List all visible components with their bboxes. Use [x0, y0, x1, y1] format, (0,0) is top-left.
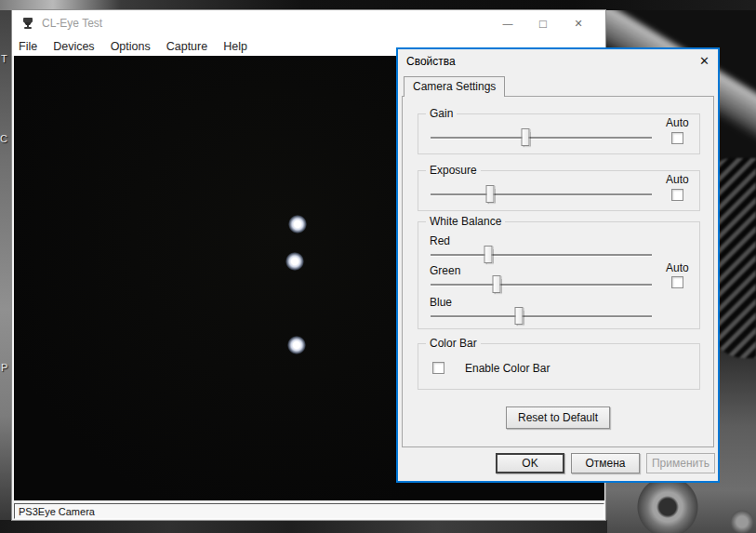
white-balance-auto-checkbox[interactable]: [671, 276, 683, 288]
gain-slider-thumb[interactable]: [522, 128, 530, 146]
properties-dialog: Свойства ✕ Camera Settings Gain Auto Exp…: [396, 47, 720, 483]
color-bar-label: Color Bar: [426, 337, 481, 350]
desktop-icon-label-partial: P: [1, 362, 7, 373]
blue-slider[interactable]: [431, 307, 652, 326]
minimize-icon[interactable]: —: [490, 12, 525, 34]
desktop-icon-label-partial: C: [0, 133, 7, 144]
apply-button[interactable]: Применить: [646, 453, 715, 473]
gain-auto-checkbox[interactable]: [671, 132, 683, 144]
exposure-auto-checkbox[interactable]: [671, 189, 683, 201]
exposure-auto-label: Auto: [666, 173, 689, 186]
menu-capture[interactable]: Capture: [166, 40, 207, 53]
maximize-icon[interactable]: □: [525, 12, 561, 34]
app-icon: [20, 16, 35, 31]
white-balance-group: White Balance Red Green Blue Auto: [418, 221, 700, 329]
exposure-group: Exposure Auto: [418, 170, 700, 211]
wallpaper-bottom: [0, 520, 607, 533]
green-slider-thumb[interactable]: [493, 275, 501, 293]
window-titlebar[interactable]: CL-Eye Test — □ ✕: [12, 10, 605, 36]
gain-group: Gain Auto: [418, 113, 700, 154]
dialog-title: Свойства: [406, 55, 456, 68]
close-icon[interactable]: ✕: [561, 12, 596, 34]
red-slider[interactable]: [431, 246, 652, 264]
green-slider[interactable]: [431, 275, 652, 294]
color-bar-group: Color Bar Enable Color Bar: [418, 343, 700, 390]
ok-button[interactable]: OK: [496, 453, 564, 473]
gain-auto-label: Auto: [666, 116, 689, 129]
gain-label: Gain: [426, 107, 457, 120]
exposure-slider[interactable]: [431, 185, 652, 204]
camera-led-dot: [288, 215, 307, 233]
exposure-slider-track: [431, 193, 652, 195]
camera-led-dot: [287, 336, 306, 354]
window-title: CL-Eye Test: [42, 17, 490, 30]
blue-slider-track: [431, 315, 652, 317]
dialog-button-row: OK Отмена Применить: [496, 453, 715, 473]
green-slider-track: [431, 284, 652, 286]
reset-to-default-button[interactable]: Reset to Default: [506, 406, 610, 429]
gain-slider[interactable]: [431, 128, 652, 147]
enable-color-bar-label: Enable Color Bar: [465, 362, 550, 375]
white-balance-label: White Balance: [426, 215, 505, 228]
statusbar: PS3Eye Camera: [14, 503, 604, 519]
camera-led-dot: [285, 252, 304, 271]
red-slider-track: [431, 254, 652, 256]
red-slider-thumb[interactable]: [484, 246, 492, 263]
cancel-button[interactable]: Отмена: [571, 453, 640, 473]
dialog-titlebar[interactable]: Свойства ✕: [398, 49, 718, 73]
camera-settings-panel: Gain Auto Exposure Auto White Balance Re…: [402, 96, 714, 447]
tab-camera-settings[interactable]: Camera Settings: [404, 76, 505, 97]
desktop-icon-label-partial: T: [1, 53, 7, 64]
exposure-slider-thumb[interactable]: [486, 185, 495, 203]
status-text: PS3Eye Camera: [19, 506, 95, 517]
menu-options[interactable]: Options: [111, 40, 151, 53]
window-controls: — □ ✕: [490, 12, 596, 34]
exposure-label: Exposure: [426, 164, 481, 177]
menu-devices[interactable]: Devices: [53, 40, 94, 53]
gain-slider-track: [431, 137, 652, 139]
enable-color-bar-checkbox[interactable]: [432, 362, 444, 374]
dialog-close-icon[interactable]: ✕: [699, 54, 710, 68]
menu-file[interactable]: File: [19, 40, 37, 53]
white-balance-auto-label: Auto: [666, 261, 689, 274]
blue-slider-thumb[interactable]: [515, 307, 524, 325]
menu-help[interactable]: Help: [223, 40, 247, 53]
